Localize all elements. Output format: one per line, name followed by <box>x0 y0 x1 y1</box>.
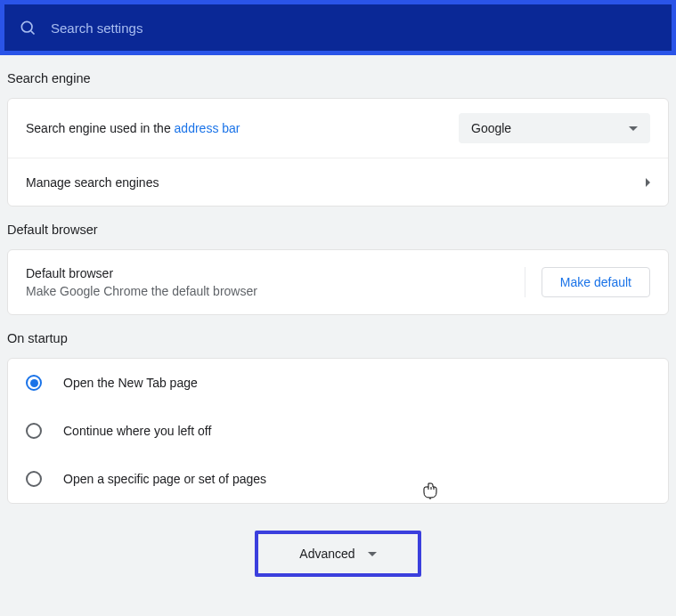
default-browser-row: Default browser Make Google Chrome the d… <box>8 250 668 314</box>
radio-icon <box>26 471 42 487</box>
search-icon <box>19 19 37 36</box>
default-browser-row-sub: Make Google Chrome the default browser <box>26 284 516 298</box>
search-input[interactable] <box>51 20 657 36</box>
svg-point-0 <box>21 21 32 32</box>
manage-search-engines-label: Manage search engines <box>26 175 646 190</box>
make-default-button[interactable]: Make default <box>542 267 650 297</box>
default-browser-row-title: Default browser <box>26 266 516 280</box>
startup-option-continue[interactable]: Continue where you left off <box>8 407 668 455</box>
section-title-on-startup: On startup <box>4 315 672 358</box>
manage-search-engines-row[interactable]: Manage search engines <box>8 158 668 206</box>
search-engine-label: Search engine used in the address bar <box>26 121 459 135</box>
default-browser-card: Default browser Make Google Chrome the d… <box>7 249 669 315</box>
search-engine-select[interactable]: Google <box>459 113 650 143</box>
search-engine-prefix: Search engine used in the <box>26 121 175 135</box>
search-bar[interactable] <box>4 4 672 51</box>
advanced-container: Advanced <box>4 531 672 577</box>
divider <box>525 267 525 297</box>
startup-option-specific[interactable]: Open a specific page or set of pages <box>8 455 668 503</box>
default-browser-text: Default browser Make Google Chrome the d… <box>26 266 516 298</box>
search-engine-row: Search engine used in the address bar Go… <box>8 99 668 158</box>
section-title-default-browser: Default browser <box>4 207 672 249</box>
search-engine-card: Search engine used in the address bar Go… <box>7 98 669 207</box>
svg-line-1 <box>31 31 35 35</box>
startup-option-new-tab[interactable]: Open the New Tab page <box>8 359 668 407</box>
caret-down-icon <box>368 552 377 556</box>
startup-option-label: Continue where you left off <box>63 424 211 438</box>
section-title-search-engine: Search engine <box>4 55 672 98</box>
caret-right-icon <box>646 178 650 187</box>
startup-option-label: Open the New Tab page <box>63 376 198 390</box>
address-bar-link[interactable]: address bar <box>175 121 240 135</box>
advanced-button[interactable]: Advanced <box>255 531 420 577</box>
top-bar-outer <box>0 0 676 55</box>
caret-down-icon <box>629 126 638 131</box>
startup-option-label: Open a specific page or set of pages <box>63 472 266 486</box>
on-startup-card: Open the New Tab page Continue where you… <box>7 358 669 504</box>
search-engine-selected: Google <box>471 121 511 135</box>
radio-icon <box>26 375 42 391</box>
advanced-label: Advanced <box>299 547 354 561</box>
radio-icon <box>26 423 42 439</box>
